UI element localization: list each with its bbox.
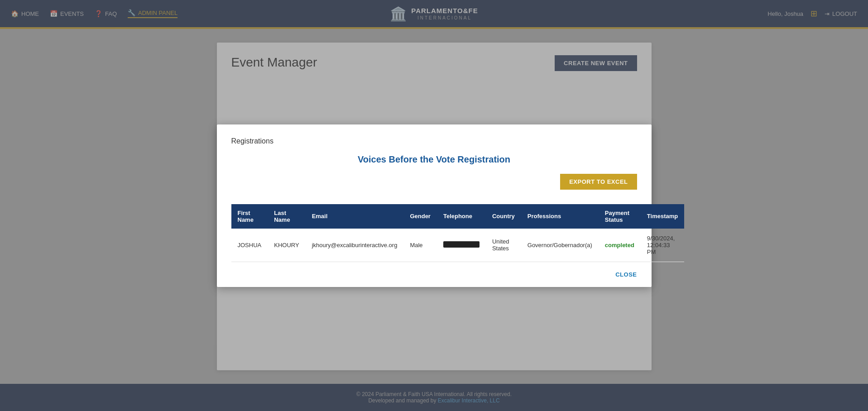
export-to-excel-button[interactable]: EXPORT TO EXCEL xyxy=(560,174,637,190)
status-badge: completed xyxy=(605,242,634,249)
cell-payment-status: completed xyxy=(599,229,641,262)
col-last-name: LastName xyxy=(268,204,305,229)
cell-country: UnitedStates xyxy=(486,229,521,262)
col-telephone: Telephone xyxy=(437,204,486,229)
phone-redacted xyxy=(443,241,480,248)
table-body: JOSHUA KHOURY jkhoury@excaliburinteracti… xyxy=(231,229,685,262)
cell-timestamp: 9/30/2024, 12:04:33 PM xyxy=(641,229,684,262)
col-first-name: FirstName xyxy=(231,204,268,229)
modal-overlay: Registrations Voices Before the Vote Reg… xyxy=(0,0,868,411)
cell-first-name: JOSHUA xyxy=(231,229,268,262)
modal-footer: CLOSE xyxy=(231,271,637,278)
modal-section-title: Registrations xyxy=(231,137,637,145)
close-button[interactable]: CLOSE xyxy=(615,271,637,278)
table-header-row: FirstName LastName Email Gender Telephon… xyxy=(231,204,685,229)
registrations-modal: Registrations Voices Before the Vote Reg… xyxy=(217,124,652,287)
col-country: Country xyxy=(486,204,521,229)
registrations-table: FirstName LastName Email Gender Telephon… xyxy=(231,204,685,262)
cell-telephone xyxy=(437,229,486,262)
cell-email: jkhoury@excaliburinteractive.org xyxy=(306,229,404,262)
col-email: Email xyxy=(306,204,404,229)
export-btn-container: EXPORT TO EXCEL xyxy=(231,174,637,197)
col-timestamp: Timestamp xyxy=(641,204,684,229)
table-row: JOSHUA KHOURY jkhoury@excaliburinteracti… xyxy=(231,229,685,262)
cell-last-name: KHOURY xyxy=(268,229,305,262)
col-professions: Professions xyxy=(521,204,599,229)
cell-professions: Governor/Gobernador(a) xyxy=(521,229,599,262)
col-payment-status: PaymentStatus xyxy=(599,204,641,229)
table-header: FirstName LastName Email Gender Telephon… xyxy=(231,204,685,229)
col-gender: Gender xyxy=(403,204,437,229)
modal-event-title: Voices Before the Vote Registration xyxy=(231,154,637,165)
cell-gender: Male xyxy=(403,229,437,262)
